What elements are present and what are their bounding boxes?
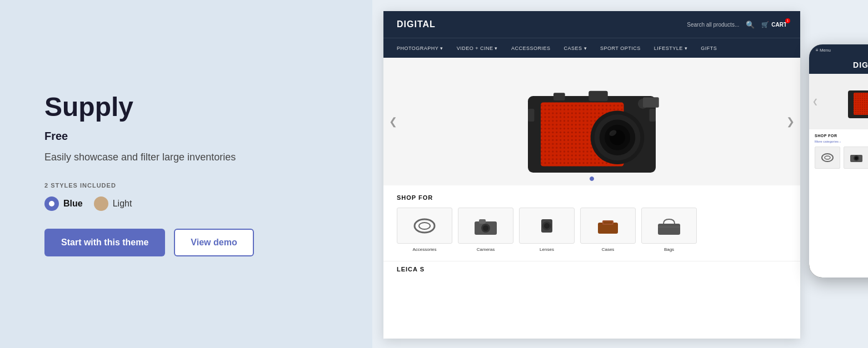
camera-image xyxy=(383,58,800,185)
style-options: Blue Light xyxy=(44,196,328,211)
leica-section: LEICA S xyxy=(383,261,800,277)
store-hero: ❮ xyxy=(383,58,800,185)
mobile-product-camera xyxy=(844,147,868,169)
theme-title: Supply xyxy=(44,92,328,122)
start-theme-button[interactable]: Start with this theme xyxy=(44,229,165,256)
mobile-screen: ≡ Menu 🛒 Cart DIGITAL ❮ xyxy=(809,44,868,278)
button-row: Start with this theme View demo xyxy=(44,229,328,256)
shop-for-section: SHOP FOR Accessories xyxy=(383,185,800,261)
category-img-accessories xyxy=(397,208,452,244)
category-label-lenses: Lenses xyxy=(540,247,554,252)
svg-point-39 xyxy=(825,156,830,159)
right-panel: DIGITAL Search all products... 🔍 🛒 CART … xyxy=(372,0,868,348)
leica-title: LEICA S xyxy=(397,266,787,273)
styles-label: 2 STYLES INCLUDED xyxy=(44,182,328,189)
search-icon[interactable]: 🔍 xyxy=(746,21,755,29)
category-label-accessories: Accessories xyxy=(412,247,436,252)
nav-photography[interactable]: PHOTOGRAPHY ▾ xyxy=(397,46,443,51)
svg-rect-27 xyxy=(603,221,612,224)
category-lenses[interactable]: Lenses xyxy=(519,208,575,252)
mobile-preview: ≡ Menu 🛒 Cart DIGITAL ❮ xyxy=(809,44,868,278)
category-label-cameras: Cameras xyxy=(477,247,495,252)
category-img-bags xyxy=(641,208,697,244)
store-header: DIGITAL Search all products... 🔍 🛒 CART … xyxy=(383,11,800,38)
mobile-camera-image xyxy=(837,79,868,124)
mobile-arrow-left[interactable]: ❮ xyxy=(812,98,818,105)
nav-accessories[interactable]: ACCESSORIES xyxy=(511,46,551,51)
mobile-product-accessories xyxy=(815,147,840,169)
category-accessories[interactable]: Accessories xyxy=(397,208,452,252)
category-img-cameras xyxy=(458,208,513,244)
carousel-arrow-right[interactable]: ❯ xyxy=(786,115,795,128)
nav-gifts[interactable]: GIFTS xyxy=(701,46,717,51)
category-cases[interactable]: Cases xyxy=(580,208,636,252)
light-dot xyxy=(94,196,108,211)
svg-rect-15 xyxy=(650,109,656,122)
svg-rect-14 xyxy=(528,109,535,122)
desktop-preview: DIGITAL Search all products... 🔍 🛒 CART … xyxy=(383,11,800,339)
cart-label: CART xyxy=(771,22,787,28)
light-label: Light xyxy=(113,199,132,209)
mobile-shop-section: SHOP FOR More categories › xyxy=(809,129,868,173)
svg-point-16 xyxy=(415,219,435,233)
category-label-bags: Bags xyxy=(664,247,674,252)
blue-label: Blue xyxy=(63,199,83,209)
mobile-logo: DIGITAL xyxy=(809,56,868,74)
theme-description: Easily showcase and filter large invento… xyxy=(44,150,328,164)
svg-point-21 xyxy=(483,225,488,231)
style-option-light[interactable]: Light xyxy=(94,196,132,211)
category-grid: Accessories Cameras xyxy=(397,208,787,252)
nav-cases[interactable]: CASES ▾ xyxy=(564,46,587,51)
category-bags[interactable]: Bags xyxy=(641,208,697,252)
svg-rect-33 xyxy=(854,93,868,115)
svg-point-17 xyxy=(419,223,430,229)
nav-lifestyle[interactable]: LIFESTYLE ▾ xyxy=(654,46,688,51)
svg-rect-13 xyxy=(643,97,659,107)
theme-price: Free xyxy=(44,130,328,143)
carousel-dot xyxy=(590,176,594,181)
category-cameras[interactable]: Cameras xyxy=(458,208,513,252)
svg-rect-11 xyxy=(553,93,565,100)
left-panel: Supply Free Easily showcase and filter l… xyxy=(0,0,372,348)
mobile-menu-icon: ≡ Menu xyxy=(816,48,831,53)
category-img-lenses xyxy=(519,208,575,244)
cart-icon: 🛒 xyxy=(761,21,769,28)
svg-point-42 xyxy=(855,157,858,160)
store-nav: PHOTOGRAPHY ▾ VIDEO + CINE ▾ ACCESSORIES… xyxy=(383,38,800,58)
cart-area[interactable]: 🛒 CART 1 xyxy=(761,21,787,28)
nav-video[interactable]: VIDEO + CINE ▾ xyxy=(457,46,498,51)
store-header-right: Search all products... 🔍 🛒 CART 1 xyxy=(687,21,787,29)
mobile-product-row xyxy=(815,147,868,169)
svg-rect-10 xyxy=(588,91,608,101)
view-demo-button[interactable]: View demo xyxy=(174,229,253,256)
svg-rect-28 xyxy=(658,224,680,235)
category-img-cases xyxy=(580,208,636,244)
svg-rect-19 xyxy=(479,219,486,224)
search-placeholder-text: Search all products... xyxy=(687,22,739,28)
carousel-arrow-left[interactable]: ❮ xyxy=(389,115,397,128)
mobile-shop-title: SHOP FOR xyxy=(815,134,868,138)
store-logo: DIGITAL xyxy=(397,19,436,29)
blue-dot xyxy=(44,196,59,211)
mobile-more-link[interactable]: More categories › xyxy=(815,140,868,143)
cart-badge: 1 xyxy=(785,18,790,23)
shop-for-title: SHOP FOR xyxy=(397,194,787,201)
svg-point-38 xyxy=(822,154,833,162)
style-option-blue[interactable]: Blue xyxy=(44,196,83,211)
category-label-cases: Cases xyxy=(602,247,615,252)
nav-sport-optics[interactable]: SPORT OPTICS xyxy=(600,46,641,51)
mobile-hero: ❮ ❯ xyxy=(809,74,868,129)
svg-point-24 xyxy=(544,223,550,229)
mobile-header: ≡ Menu 🛒 Cart xyxy=(809,44,868,56)
